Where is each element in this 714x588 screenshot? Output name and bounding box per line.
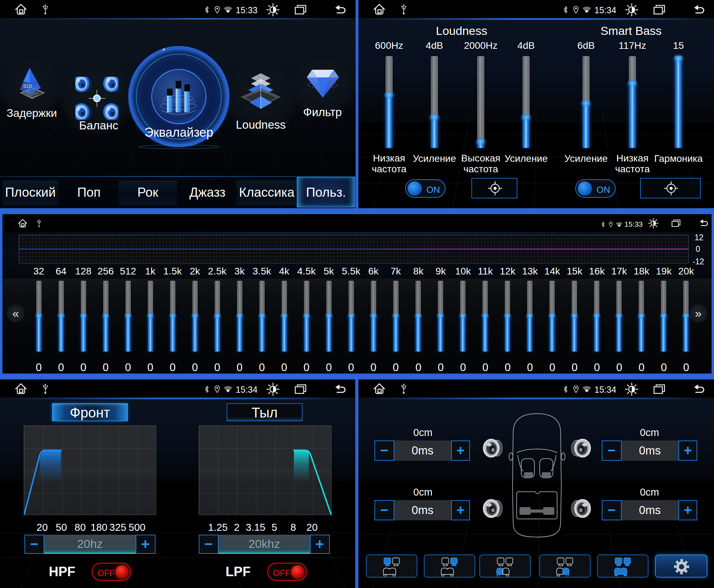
svg-text:101: 101 xyxy=(32,85,39,90)
svg-text:010: 010 xyxy=(23,83,32,89)
